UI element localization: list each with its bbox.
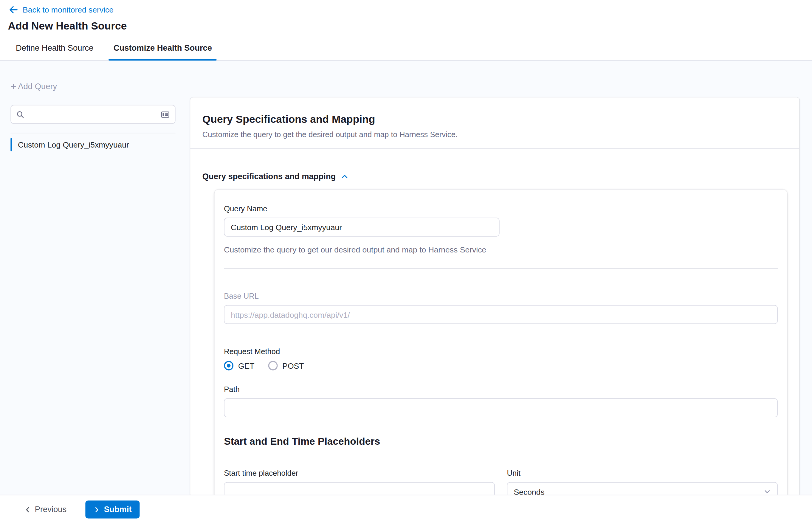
path-label: Path xyxy=(224,385,778,393)
chevron-left-icon xyxy=(24,506,31,513)
plus-icon: + xyxy=(11,82,16,91)
query-list-item[interactable]: Custom Log Query_i5xmyyuaur xyxy=(11,138,175,151)
get-radio[interactable] xyxy=(224,361,233,371)
unit-label: Unit xyxy=(507,469,778,477)
request-method-post[interactable]: POST xyxy=(268,361,304,371)
query-list: Custom Log Query_i5xmyyuaur xyxy=(11,138,175,151)
start-time-field: Start time placeholder xyxy=(224,469,495,494)
main-area: Query Specifications and Mapping Customi… xyxy=(190,66,812,494)
submit-button[interactable]: Submit xyxy=(85,501,140,518)
panel-head: Query Specifications and Mapping Customi… xyxy=(190,97,799,138)
request-method-label: Request Method xyxy=(224,347,778,356)
app-window: Back to monitored service Add New Health… xyxy=(0,0,812,524)
wizard-footer: Previous Submit xyxy=(0,494,812,524)
tab-bar: Define Health Source Customize Health So… xyxy=(16,43,812,60)
chevron-up-icon xyxy=(341,173,348,180)
post-radio-label: POST xyxy=(282,361,304,370)
panel-subtitle: Customize the query to get the desired o… xyxy=(202,130,787,138)
query-item-label: Custom Log Query_i5xmyyuaur xyxy=(12,140,129,149)
content-area: + Add Query Custom Log Quer xyxy=(0,66,812,494)
back-link[interactable]: Back to monitored service xyxy=(23,5,114,14)
request-method-field: Request Method GET POST xyxy=(224,347,778,371)
tab-define-health-source[interactable]: Define Health Source xyxy=(16,43,93,60)
unit-select-value: Seconds xyxy=(514,487,544,494)
unit-field: Unit Seconds xyxy=(507,469,778,494)
placeholders-heading: Start and End Time Placeholders xyxy=(224,436,778,447)
search-icon xyxy=(16,110,25,118)
path-input[interactable] xyxy=(224,398,778,417)
query-form-card: Query Name Customize the query to get ou… xyxy=(214,190,787,494)
sidebar-divider xyxy=(11,133,175,133)
path-field: Path xyxy=(224,385,778,417)
request-method-options: GET POST xyxy=(224,361,778,371)
tab-customize-health-source[interactable]: Customize Health Source xyxy=(114,43,212,60)
request-method-get[interactable]: GET xyxy=(224,361,254,371)
query-mapping-panel: Query Specifications and Mapping Customi… xyxy=(190,97,799,494)
chevron-down-icon xyxy=(763,488,771,494)
section-title: Query specifications and mapping xyxy=(202,172,336,181)
unit-select[interactable]: Seconds xyxy=(507,482,778,494)
previous-button[interactable]: Previous xyxy=(24,505,66,514)
back-arrow-icon xyxy=(9,5,18,14)
base-url-label: Base URL xyxy=(224,292,778,300)
query-sidebar: + Add Query Custom Log Quer xyxy=(0,66,190,494)
chevron-right-icon xyxy=(93,506,100,513)
placeholders-row: Start time placeholder Unit Seconds xyxy=(224,469,778,494)
add-query-label: Add Query xyxy=(18,82,57,91)
base-url-field: Base URL xyxy=(224,292,778,324)
start-time-input[interactable] xyxy=(224,482,495,494)
query-search-box xyxy=(11,105,175,124)
query-name-help: Customize the query to get our desired o… xyxy=(224,245,778,254)
query-search-input[interactable] xyxy=(28,110,157,118)
query-name-label: Query Name xyxy=(224,204,778,213)
list-view-icon[interactable] xyxy=(161,110,169,118)
start-time-label: Start time placeholder xyxy=(224,469,495,477)
form-divider xyxy=(224,268,778,269)
section-toggle[interactable]: Query specifications and mapping xyxy=(190,148,360,181)
get-radio-label: GET xyxy=(238,361,255,370)
add-query-button[interactable]: + Add Query xyxy=(11,82,175,91)
page-title: Add New Health Source xyxy=(8,20,812,32)
query-name-input[interactable] xyxy=(224,217,499,237)
back-nav[interactable]: Back to monitored service xyxy=(0,0,812,14)
previous-button-label: Previous xyxy=(35,505,67,514)
base-url-input xyxy=(224,305,778,324)
submit-button-label: Submit xyxy=(104,505,132,514)
post-radio[interactable] xyxy=(268,361,277,371)
panel-title: Query Specifications and Mapping xyxy=(202,113,787,126)
page-header: Back to monitored service Add New Health… xyxy=(0,0,812,61)
